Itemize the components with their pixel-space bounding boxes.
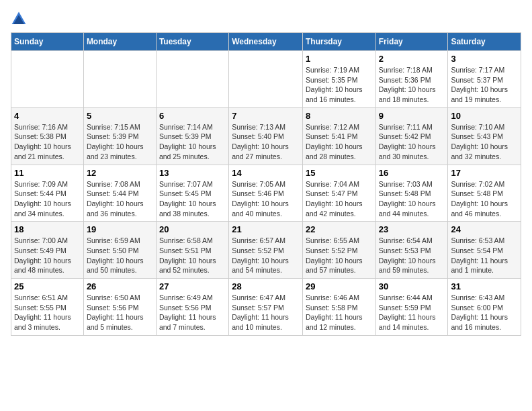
calendar-cell: 16Sunrise: 7:03 AM Sunset: 5:48 PM Dayli… [375, 165, 448, 222]
day-content: Sunrise: 7:08 AM Sunset: 5:44 PM Dayligh… [87, 179, 153, 219]
calendar-cell: 5Sunrise: 7:15 AM Sunset: 5:39 PM Daylig… [83, 107, 156, 165]
header-sunday: Sunday [11, 33, 84, 51]
calendar-cell [11, 51, 84, 108]
day-content: Sunrise: 6:59 AM Sunset: 5:50 PM Dayligh… [87, 236, 153, 275]
calendar-cell: 10Sunrise: 7:10 AM Sunset: 5:43 PM Dayli… [448, 107, 521, 165]
week-row-1: 1Sunrise: 7:19 AM Sunset: 5:35 PM Daylig… [11, 51, 521, 108]
calendar-cell: 3Sunrise: 7:17 AM Sunset: 5:37 PM Daylig… [448, 51, 521, 108]
day-content: Sunrise: 6:51 AM Sunset: 5:55 PM Dayligh… [14, 293, 81, 332]
calendar-table: Sunday Monday Tuesday Wednesday Thursday… [11, 32, 521, 336]
calendar-cell: 2Sunrise: 7:18 AM Sunset: 5:36 PM Daylig… [375, 51, 448, 108]
day-number: 25 [14, 281, 81, 291]
day-content: Sunrise: 6:46 AM Sunset: 5:58 PM Dayligh… [306, 293, 373, 332]
calendar-cell: 30Sunrise: 6:44 AM Sunset: 5:59 PM Dayli… [375, 279, 448, 336]
day-content: Sunrise: 6:54 AM Sunset: 5:53 PM Dayligh… [379, 236, 445, 275]
calendar-cell [229, 51, 303, 108]
calendar-cell: 21Sunrise: 6:57 AM Sunset: 5:52 PM Dayli… [229, 222, 303, 279]
calendar-cell [83, 51, 156, 108]
day-number: 17 [451, 168, 518, 178]
day-content: Sunrise: 7:09 AM Sunset: 5:44 PM Dayligh… [14, 179, 81, 219]
week-row-2: 4Sunrise: 7:16 AM Sunset: 5:38 PM Daylig… [11, 107, 521, 165]
day-number: 8 [306, 111, 373, 121]
day-number: 10 [451, 111, 518, 121]
day-content: Sunrise: 7:04 AM Sunset: 5:47 PM Dayligh… [306, 179, 373, 219]
calendar-cell: 4Sunrise: 7:16 AM Sunset: 5:38 PM Daylig… [11, 107, 84, 165]
day-number: 27 [159, 281, 226, 291]
day-number: 21 [232, 224, 300, 234]
day-content: Sunrise: 7:18 AM Sunset: 5:36 PM Dayligh… [379, 65, 445, 105]
calendar-cell: 25Sunrise: 6:51 AM Sunset: 5:55 PM Dayli… [11, 279, 84, 336]
calendar-cell [156, 51, 228, 108]
day-content: Sunrise: 7:02 AM Sunset: 5:48 PM Dayligh… [451, 179, 518, 219]
day-number: 26 [87, 281, 153, 291]
day-content: Sunrise: 7:12 AM Sunset: 5:41 PM Dayligh… [306, 122, 373, 162]
calendar-cell: 24Sunrise: 6:53 AM Sunset: 5:54 PM Dayli… [448, 222, 521, 279]
header-saturday: Saturday [448, 33, 521, 51]
calendar-cell: 13Sunrise: 7:07 AM Sunset: 5:45 PM Dayli… [156, 165, 228, 222]
calendar-cell: 22Sunrise: 6:55 AM Sunset: 5:52 PM Dayli… [302, 222, 375, 279]
day-content: Sunrise: 6:44 AM Sunset: 5:59 PM Dayligh… [379, 293, 445, 332]
day-number: 19 [87, 224, 153, 234]
day-number: 15 [306, 168, 373, 178]
calendar-cell: 12Sunrise: 7:08 AM Sunset: 5:44 PM Dayli… [83, 165, 156, 222]
day-content: Sunrise: 7:05 AM Sunset: 5:46 PM Dayligh… [232, 179, 300, 219]
day-content: Sunrise: 7:17 AM Sunset: 5:37 PM Dayligh… [451, 65, 518, 105]
day-number: 4 [14, 111, 81, 121]
calendar-cell: 8Sunrise: 7:12 AM Sunset: 5:41 PM Daylig… [302, 107, 375, 165]
day-number: 22 [306, 224, 373, 234]
calendar-cell: 31Sunrise: 6:43 AM Sunset: 6:00 PM Dayli… [448, 279, 521, 336]
logo-icon [11, 11, 27, 27]
day-number: 5 [87, 111, 153, 121]
calendar-cell: 14Sunrise: 7:05 AM Sunset: 5:46 PM Dayli… [229, 165, 303, 222]
calendar-cell: 28Sunrise: 6:47 AM Sunset: 5:57 PM Dayli… [229, 279, 303, 336]
day-content: Sunrise: 6:49 AM Sunset: 5:56 PM Dayligh… [159, 293, 226, 332]
day-number: 3 [451, 54, 518, 64]
day-content: Sunrise: 7:07 AM Sunset: 5:45 PM Dayligh… [159, 179, 226, 219]
calendar-cell: 1Sunrise: 7:19 AM Sunset: 5:35 PM Daylig… [302, 51, 375, 108]
day-number: 6 [159, 111, 226, 121]
day-number: 12 [87, 168, 153, 178]
day-number: 30 [379, 281, 445, 291]
day-content: Sunrise: 7:11 AM Sunset: 5:42 PM Dayligh… [379, 122, 445, 162]
day-number: 2 [379, 54, 445, 64]
week-row-3: 11Sunrise: 7:09 AM Sunset: 5:44 PM Dayli… [11, 165, 521, 222]
calendar-cell: 18Sunrise: 7:00 AM Sunset: 5:49 PM Dayli… [11, 222, 84, 279]
day-content: Sunrise: 7:10 AM Sunset: 5:43 PM Dayligh… [451, 122, 518, 162]
calendar-cell: 7Sunrise: 7:13 AM Sunset: 5:40 PM Daylig… [229, 107, 303, 165]
day-number: 29 [306, 281, 373, 291]
day-content: Sunrise: 7:03 AM Sunset: 5:48 PM Dayligh… [379, 179, 445, 219]
calendar-cell: 20Sunrise: 6:58 AM Sunset: 5:51 PM Dayli… [156, 222, 228, 279]
day-number: 18 [14, 224, 81, 234]
day-number: 13 [159, 168, 226, 178]
day-number: 31 [451, 281, 518, 291]
day-number: 20 [159, 224, 226, 234]
day-content: Sunrise: 6:47 AM Sunset: 5:57 PM Dayligh… [232, 293, 300, 332]
header-thursday: Thursday [302, 33, 375, 51]
day-content: Sunrise: 6:55 AM Sunset: 5:52 PM Dayligh… [306, 236, 373, 275]
calendar-cell: 29Sunrise: 6:46 AM Sunset: 5:58 PM Dayli… [302, 279, 375, 336]
calendar-cell: 17Sunrise: 7:02 AM Sunset: 5:48 PM Dayli… [448, 165, 521, 222]
day-number: 1 [306, 54, 373, 64]
day-number: 7 [232, 111, 300, 121]
calendar-cell: 27Sunrise: 6:49 AM Sunset: 5:56 PM Dayli… [156, 279, 228, 336]
logo [11, 11, 30, 27]
day-number: 28 [232, 281, 300, 291]
day-number: 14 [232, 168, 300, 178]
week-row-4: 18Sunrise: 7:00 AM Sunset: 5:49 PM Dayli… [11, 222, 521, 279]
calendar-cell: 6Sunrise: 7:14 AM Sunset: 5:39 PM Daylig… [156, 107, 228, 165]
header-tuesday: Tuesday [156, 33, 228, 51]
day-number: 24 [451, 224, 518, 234]
header-row: Sunday Monday Tuesday Wednesday Thursday… [11, 33, 521, 51]
header-friday: Friday [375, 33, 448, 51]
day-content: Sunrise: 7:19 AM Sunset: 5:35 PM Dayligh… [306, 65, 373, 105]
day-number: 9 [379, 111, 445, 121]
calendar-cell: 9Sunrise: 7:11 AM Sunset: 5:42 PM Daylig… [375, 107, 448, 165]
day-content: Sunrise: 6:53 AM Sunset: 5:54 PM Dayligh… [451, 236, 518, 275]
calendar-body: 1Sunrise: 7:19 AM Sunset: 5:35 PM Daylig… [11, 51, 521, 336]
calendar-cell: 15Sunrise: 7:04 AM Sunset: 5:47 PM Dayli… [302, 165, 375, 222]
day-content: Sunrise: 6:50 AM Sunset: 5:56 PM Dayligh… [87, 293, 153, 332]
day-content: Sunrise: 6:58 AM Sunset: 5:51 PM Dayligh… [159, 236, 226, 275]
day-content: Sunrise: 7:14 AM Sunset: 5:39 PM Dayligh… [159, 122, 226, 162]
day-content: Sunrise: 7:16 AM Sunset: 5:38 PM Dayligh… [14, 122, 81, 162]
day-content: Sunrise: 6:57 AM Sunset: 5:52 PM Dayligh… [232, 236, 300, 275]
